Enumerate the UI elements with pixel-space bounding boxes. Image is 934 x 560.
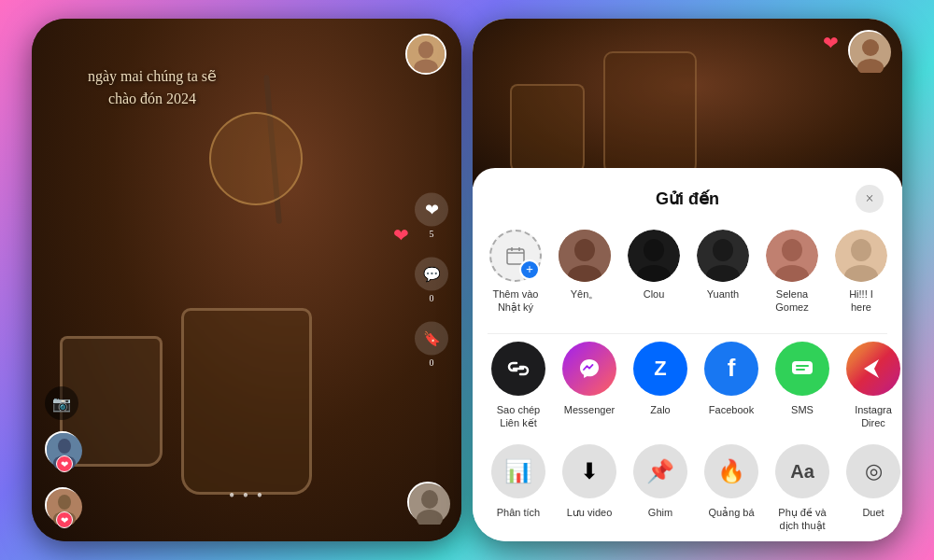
promote-icon: 🔥 [704, 444, 758, 498]
instagram-icon [846, 342, 900, 396]
right-top-image: ❤ [473, 19, 902, 187]
contact-hi[interactable]: Hi!!! Ihere [833, 230, 889, 315]
duet-icon: ◎ [846, 444, 900, 498]
add-diary-avatar[interactable]: + [489, 230, 542, 282]
copy-link-name: Sao chépLiên kết [497, 403, 540, 430]
sms-icon [775, 342, 829, 396]
subtitle-icon: Aa [775, 444, 829, 498]
right-phone: ❤ Gửi đến × + Thêm vàoNhật ký [473, 19, 902, 541]
app-pin[interactable]: 📌 Ghim [630, 444, 691, 533]
subtitle-name: Phụ đề vàdịch thuật [778, 506, 826, 533]
promote-name: Quảng bá [708, 506, 754, 519]
svg-point-1 [418, 41, 433, 58]
svg-point-10 [421, 490, 438, 509]
app-subtitle[interactable]: Aa Phụ đề vàdịch thuật [771, 444, 833, 533]
add-badge: + [519, 259, 540, 280]
right-action-icons: ❤ 5 💬 0 🔖 0 [415, 193, 448, 368]
app-messenger[interactable]: Messenger [559, 342, 620, 430]
app-zalo[interactable]: Z Zalo [630, 342, 691, 430]
contact-yuanth[interactable]: Yuanth [695, 230, 751, 315]
pin-icon: 📌 [633, 444, 687, 498]
app-grid-row2: 📊 Phân tích ⬇ Lưu video 📌 Ghim 🔥 Quảng b… [473, 441, 902, 541]
glass-right [181, 308, 312, 495]
bookmark-button[interactable]: 🔖 0 [415, 322, 448, 368]
yuanth-name: Yuanth [707, 287, 739, 301]
comment-count: 0 [430, 293, 434, 303]
app-instagram[interactable]: InstagraDirec [842, 342, 902, 430]
svg-point-29 [851, 239, 871, 261]
svg-point-4 [58, 439, 71, 454]
app-duet[interactable]: ◎ Duet [842, 444, 902, 533]
overlay-text: ngày mai chúng ta sẽ chào đón 2024 [88, 65, 217, 110]
add-diary-name: Thêm vàoNhật ký [493, 287, 539, 315]
share-header: Gửi đến × [473, 168, 902, 222]
selena-name: SelenaGomez [775, 287, 808, 315]
more-dots[interactable]: • • • [229, 486, 264, 506]
share-title: Gửi đến [519, 189, 856, 209]
contacts-row: + Thêm vàoNhật ký Yên。 Clou [473, 222, 902, 329]
save-video-icon: ⬇ [562, 444, 616, 498]
clou-name: Clou [644, 287, 665, 301]
svg-point-7 [58, 495, 71, 510]
svg-point-13 [862, 39, 879, 56]
right-top-avatar[interactable] [848, 30, 889, 71]
left-phone: ngày mai chúng ta sẽ chào đón 2024 ❤ ❤ 5… [32, 19, 461, 541]
right-top-heart[interactable]: ❤ [823, 32, 839, 54]
overlay-line1: ngày mai chúng ta sẽ [88, 65, 217, 88]
duet-name: Duet [862, 506, 884, 519]
share-sheet: Gửi đến × + Thêm vàoNhật ký [473, 168, 902, 541]
zalo-name: Zalo [650, 403, 670, 416]
instagram-name: InstagraDirec [855, 403, 892, 430]
bottom-heart-1: ❤ [56, 455, 73, 472]
app-promote[interactable]: 🔥 Quảng bá [700, 444, 762, 533]
app-grid-row1: Sao chépLiên kết Messenger Z Zalo f [473, 338, 902, 441]
svg-rect-31 [792, 361, 813, 374]
add-to-diary-item[interactable]: + Thêm vàoNhật ký [488, 230, 544, 315]
yen-avatar [559, 230, 611, 282]
contact-selena[interactable]: SelenaGomez [764, 230, 820, 315]
app-sms[interactable]: SMS [771, 342, 833, 430]
bottom-heart-2: ❤ [56, 511, 73, 528]
hi-avatar [835, 230, 887, 282]
bottom-avatar-right[interactable] [407, 482, 448, 523]
save-video-name: Lưu video [567, 506, 613, 519]
like-count: 5 [430, 229, 434, 239]
analytics-name: Phân tích [497, 506, 540, 519]
app-analytics[interactable]: 📊 Phân tích [488, 444, 549, 533]
svg-point-20 [644, 239, 664, 261]
app-facebook[interactable]: f Facebook [700, 342, 762, 430]
facebook-name: Facebook [709, 403, 754, 416]
right-glass-dec2 [603, 51, 697, 182]
yuanth-avatar [697, 230, 749, 282]
overlay-line2: chào đón 2024 [88, 88, 217, 110]
messenger-name: Messenger [564, 403, 615, 416]
clou-avatar [628, 230, 680, 282]
heart-icon[interactable]: ❤ [393, 224, 409, 246]
divider-1 [488, 333, 887, 334]
like-button[interactable]: ❤ 5 [415, 193, 448, 239]
copy-link-icon [491, 342, 545, 396]
right-glass-dec1 [510, 84, 585, 177]
top-right-avatar[interactable] [405, 34, 446, 75]
app-copy-link[interactable]: Sao chépLiên kết [488, 342, 549, 430]
svg-point-23 [713, 239, 733, 261]
close-button[interactable]: × [856, 185, 884, 213]
pin-name: Ghim [648, 506, 672, 519]
yen-name: Yên。 [571, 287, 600, 301]
sms-name: SMS [791, 403, 814, 416]
zalo-icon: Z [633, 342, 687, 396]
comment-button[interactable]: 💬 0 [415, 258, 448, 303]
camera-button[interactable]: 📷 [45, 386, 78, 420]
analytics-icon: 📊 [491, 444, 545, 498]
contact-yen[interactable]: Yên。 [557, 230, 613, 315]
selena-avatar [766, 230, 818, 282]
hi-name: Hi!!! Ihere [849, 287, 873, 315]
app-save-video[interactable]: ⬇ Lưu video [559, 444, 620, 533]
bookmark-count: 0 [430, 357, 434, 368]
facebook-icon: f [704, 342, 758, 396]
svg-point-17 [574, 239, 595, 261]
messenger-icon [562, 342, 616, 396]
svg-point-26 [782, 239, 802, 261]
contact-clou[interactable]: Clou [626, 230, 682, 315]
drink-top [209, 112, 303, 205]
